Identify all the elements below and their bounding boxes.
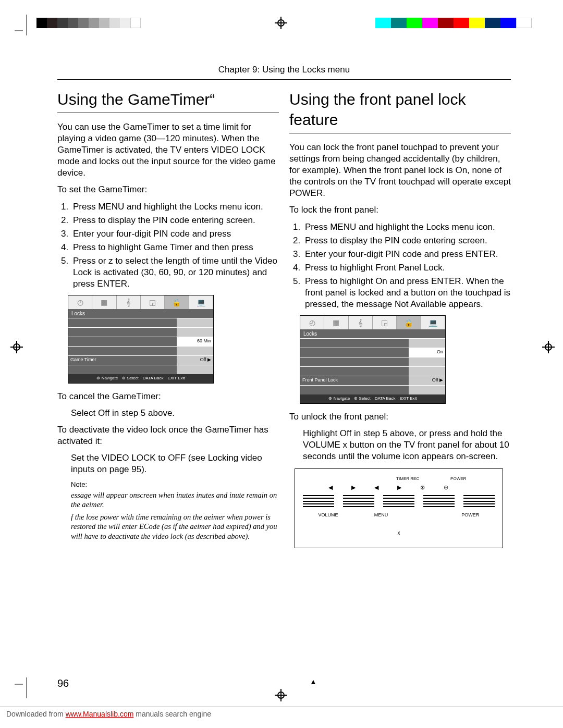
front-panel-figure: TIMER REC POWER ◀ ▶ ◀ ▶ ⊛ ⊛ (295, 468, 503, 548)
procedure-heading: To unlock the front panel: (289, 411, 511, 423)
osd-tab-icon: 💻 (189, 295, 213, 309)
left-column: Using the GameTimer“ You can use the Gam… (57, 89, 279, 548)
fp-x-marker: x (300, 529, 497, 536)
crop-mark (15, 684, 23, 685)
osd-tab-row: ◴ ▦ 𝄞 ◲ 🔒 💻 (300, 316, 445, 329)
footer-text: Downloaded from www.Manualslib.com manua… (6, 710, 211, 718)
speaker-grill-icon (423, 495, 455, 508)
fp-button-label: POWER (461, 512, 479, 519)
manual-page: Chapter 9: Using the Locks menu Using th… (57, 65, 511, 548)
indicator-dot-icon: ⊛ (444, 484, 448, 491)
osd-menu-figure: ◴ ▦ 𝄞 ◲ 🔒 💻 Locks On Front Panel LockOff… (300, 315, 446, 403)
osd-popup-value: 60 Min (177, 337, 213, 346)
osd-menu-figure: ◴ ▦ 𝄞 ◲ 🔒 💻 Locks 60 Min Game TimerOff ▶ (68, 295, 214, 383)
crop-mark (26, 677, 27, 698)
osd-tab-icon: ◴ (68, 295, 92, 309)
procedure-steps: Press MENU and highlight the Locks menu … (289, 221, 511, 311)
step: Press to display the PIN code entering s… (71, 215, 279, 226)
osd-selected-row: Game Timer (68, 356, 177, 365)
footer-rule (0, 707, 563, 707)
note-label: Note: (57, 480, 279, 489)
chapter-heading: Chapter 9: Using the Locks menu (57, 65, 511, 75)
page-number: 96 (57, 677, 69, 689)
osd-tab-icon: ▦ (324, 316, 348, 329)
speaker-grill-icon (343, 495, 374, 508)
section-heading: Using the front panel lock feature (289, 89, 511, 130)
speaker-grill-icon (463, 495, 495, 508)
step: Press to highlight Game Timer and then p… (71, 242, 279, 253)
osd-tab-icon: ◲ (141, 295, 165, 309)
osd-footer: ⊛ Navigate⊛ SelectDATA BackEXIT Exit (300, 394, 445, 403)
osd-menu-title: Locks (300, 329, 445, 338)
osd-selected-value: Off ▶ (409, 376, 445, 385)
registration-target-icon (275, 17, 287, 29)
horizontal-rule (289, 133, 511, 133)
osd-tab-icon: ▦ (92, 295, 116, 309)
registration-target-icon (275, 689, 287, 701)
step: Press to highlight On and press ENTER. W… (303, 276, 511, 310)
fp-indicator-label: POWER (450, 476, 466, 482)
footer-link[interactable]: www.Manualslib.com (66, 710, 134, 718)
osd-selected-row: Front Panel Lock (300, 376, 409, 385)
osd-tab-icon: 𝄞 (349, 316, 373, 329)
page-triangle-icon: ▲ (310, 677, 317, 686)
intro-paragraph: You can use the GameTimer to set a time … (57, 121, 279, 179)
grayscale-calibration-strip (36, 18, 141, 28)
osd-tab-icon: 💻 (421, 316, 445, 329)
step: Press MENU and highlight the Locks menu … (71, 201, 279, 213)
right-arrow-icon: ▶ (351, 484, 356, 491)
osd-tab-icon: 𝄞 (117, 295, 141, 309)
left-arrow-icon: ◀ (374, 484, 378, 491)
step: Press or z to select the length of time … (71, 255, 279, 290)
osd-tab-icon: ◲ (373, 316, 397, 329)
osd-selected-value: Off ▶ (177, 356, 213, 365)
fp-button-label: VOLUME (319, 512, 338, 519)
indicator-dot-icon: ⊛ (420, 484, 425, 491)
left-arrow-icon: ◀ (328, 484, 333, 491)
osd-tab-icon: 🔒 (165, 295, 189, 309)
right-arrow-icon: ▶ (397, 484, 401, 491)
color-calibration-strip (375, 18, 532, 28)
osd-menu-title: Locks (68, 309, 213, 318)
speaker-grill-icon (383, 495, 414, 508)
osd-tab-icon: ◴ (300, 316, 324, 329)
registration-target-icon (10, 341, 23, 353)
horizontal-rule (57, 113, 279, 113)
step: Enter your four-digit PIN code and press (71, 228, 279, 240)
fp-arrow-row: ◀ ▶ ◀ ▶ ⊛ ⊛ (300, 484, 497, 491)
procedure-body: Set the VIDEO LOCK to OFF (see Locking v… (57, 452, 279, 475)
section-heading: Using the GameTimer“ (57, 89, 279, 109)
procedure-heading: To cancel the GameTimer: (57, 391, 279, 402)
crop-mark (15, 30, 23, 31)
procedure-body: Highlight Off in step 5 above, or press … (289, 428, 511, 462)
osd-tab-icon: 🔒 (397, 316, 421, 329)
fp-indicator-label: TIMER REC (396, 476, 419, 482)
intro-paragraph: You can lock the front panel touchpad to… (289, 142, 511, 199)
fp-button-label: MENU (374, 512, 388, 519)
step: Press to display the PIN code entering s… (303, 235, 511, 246)
procedure-body: Select Off in step 5 above. (57, 408, 279, 419)
osd-tab-row: ◴ ▦ 𝄞 ◲ 🔒 💻 (68, 295, 213, 309)
crop-mark (26, 15, 27, 35)
note-body: essage will appear onscreen when inutes … (57, 490, 279, 541)
registration-target-icon (542, 341, 555, 353)
procedure-heading: To set the GameTimer: (57, 184, 279, 195)
step: Press MENU and highlight the Locks menu … (303, 221, 511, 233)
osd-popup-value: On (409, 348, 445, 357)
right-column: Using the front panel lock feature You c… (289, 89, 511, 548)
procedure-heading: To lock the front panel: (289, 204, 511, 216)
osd-footer: ⊛ Navigate⊛ SelectDATA BackEXIT Exit (68, 374, 213, 382)
procedure-heading: To deactivate the video lock once the Ga… (57, 424, 279, 447)
horizontal-rule (57, 79, 511, 80)
step: Press to highlight Front Panel Lock. (303, 262, 511, 274)
speaker-grill-icon (303, 495, 334, 508)
step: Enter your four-digit PIN code and press… (303, 249, 511, 260)
procedure-steps: Press MENU and highlight the Locks menu … (57, 201, 279, 290)
